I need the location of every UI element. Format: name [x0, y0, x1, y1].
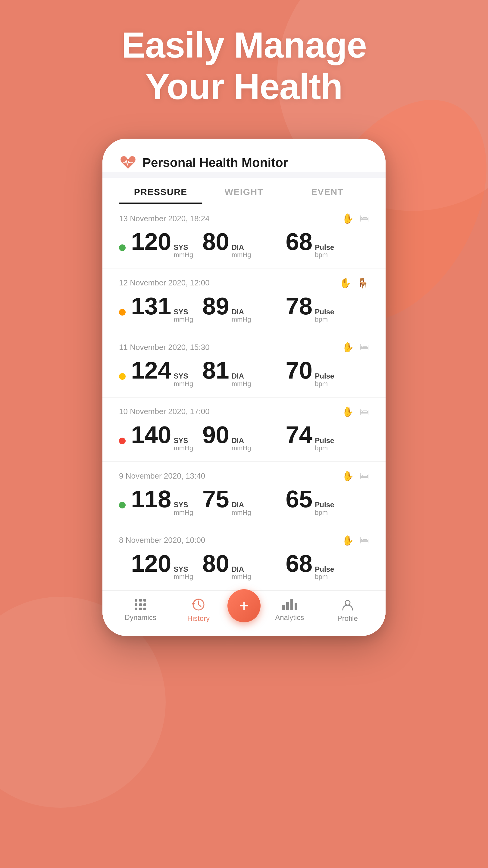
hand-icon: ✋: [339, 277, 352, 289]
pulse-value: 65: [286, 487, 313, 511]
status-dot: [119, 373, 126, 380]
dia-group: 90 DIA mmHg: [202, 423, 286, 452]
table-row[interactable]: 13 November 2020, 18:24 ✋ 🛏 120 SYS mmHg: [102, 204, 386, 269]
sys-group: 131 SYS mmHg: [119, 294, 202, 323]
sys-label: SYS mmHg: [173, 308, 193, 323]
dia-value: 90: [202, 423, 229, 447]
history-icon: [192, 598, 205, 611]
svg-point-1: [345, 600, 350, 605]
profile-icon: [341, 598, 354, 611]
bed-icon: 🛏: [359, 341, 369, 353]
status-dot: [119, 502, 126, 508]
pulse-label: Pulse bpm: [315, 565, 334, 581]
dynamics-label: Dynamics: [125, 613, 156, 622]
record-meta: 12 November 2020, 12:00 ✋ 🪑: [119, 277, 369, 289]
dia-label: DIA mmHg: [232, 565, 251, 581]
status-dot: [119, 566, 126, 573]
dia-group: 80 DIA mmHg: [202, 230, 286, 259]
record-icons: ✋ 🛏: [342, 341, 369, 353]
dia-group: 75 DIA mmHg: [202, 487, 286, 516]
dia-value: 80: [202, 552, 229, 576]
record-values: 118 SYS mmHg 75 DIA mmHg: [119, 487, 369, 516]
dia-value: 81: [202, 358, 229, 382]
sys-label: SYS mmHg: [173, 372, 193, 388]
sit-icon: 🪑: [357, 277, 369, 289]
record-icons: ✋ 🪑: [339, 277, 369, 289]
dia-value: 89: [202, 294, 229, 318]
sys-value: 120: [131, 230, 171, 254]
table-row[interactable]: 12 November 2020, 12:00 ✋ 🪑 131 SYS mmHg: [102, 269, 386, 333]
hand-icon: ✋: [342, 341, 354, 353]
add-record-button[interactable]: +: [227, 589, 261, 622]
record-date: 10 November 2020, 17:00: [119, 407, 210, 416]
pulse-group: 68 Pulse bpm: [286, 552, 369, 581]
sys-label: SYS mmHg: [173, 437, 193, 452]
record-values: 120 SYS mmHg 80 DIA mmHg: [119, 552, 369, 581]
phone-screen: Personal Health Monitor PRESSURE WEIGHT …: [102, 138, 386, 636]
sys-group: 124 SYS mmHg: [119, 358, 202, 388]
record-icons: ✋ 🛏: [342, 535, 369, 546]
sys-group: 140 SYS mmHg: [119, 423, 202, 452]
sys-value: 140: [131, 423, 171, 447]
hero-title: Easily Manage Your Health: [0, 24, 488, 107]
dia-label: DIA mmHg: [232, 501, 251, 516]
tabs-bar: PRESSURE WEIGHT EVENT: [102, 178, 386, 204]
record-icons: ✋ 🛏: [342, 213, 369, 224]
record-meta: 13 November 2020, 18:24 ✋ 🛏: [119, 213, 369, 224]
pulse-label: Pulse bpm: [315, 244, 334, 259]
hand-icon: ✋: [342, 470, 354, 482]
record-meta: 8 November 2020, 10:00 ✋ 🛏: [119, 535, 369, 546]
hand-icon: ✋: [342, 213, 354, 224]
nav-dynamics[interactable]: Dynamics: [111, 599, 170, 622]
table-row[interactable]: 10 November 2020, 17:00 ✋ 🛏 140 SYS mmHg: [102, 398, 386, 462]
pulse-group: 70 Pulse bpm: [286, 358, 369, 388]
sys-label: SYS mmHg: [173, 565, 193, 581]
dia-label: DIA mmHg: [232, 372, 251, 388]
pulse-group: 68 Pulse bpm: [286, 230, 369, 259]
status-dot: [119, 438, 126, 444]
tab-pressure[interactable]: PRESSURE: [119, 187, 202, 204]
profile-label: Profile: [337, 614, 358, 623]
sys-group: 118 SYS mmHg: [119, 487, 202, 516]
sys-group: 120 SYS mmHg: [119, 552, 202, 581]
record-values: 131 SYS mmHg 89 DIA mmHg: [119, 294, 369, 323]
analytics-icon: [282, 599, 297, 610]
status-dot: [119, 244, 126, 251]
record-date: 13 November 2020, 18:24: [119, 214, 210, 223]
pulse-group: 74 Pulse bpm: [286, 423, 369, 452]
dynamics-icon: [135, 599, 146, 610]
tab-event[interactable]: EVENT: [286, 187, 369, 204]
sys-label: SYS mmHg: [173, 244, 193, 259]
pulse-label: Pulse bpm: [315, 501, 334, 516]
record-meta: 10 November 2020, 17:00 ✋ 🛏: [119, 406, 369, 417]
dia-group: 80 DIA mmHg: [202, 552, 286, 581]
status-dot: [119, 309, 126, 315]
pulse-value: 74: [286, 423, 313, 447]
pulse-value: 78: [286, 294, 313, 318]
nav-profile[interactable]: Profile: [319, 598, 377, 623]
nav-history[interactable]: History: [170, 598, 228, 623]
record-date: 8 November 2020, 10:00: [119, 535, 205, 545]
plus-icon: +: [239, 598, 249, 614]
sys-value: 131: [131, 294, 171, 318]
tab-weight[interactable]: WEIGHT: [202, 187, 286, 204]
heart-monitor-icon: [119, 154, 137, 172]
dia-label: DIA mmHg: [232, 308, 251, 323]
record-meta: 11 November 2020, 15:30 ✋ 🛏: [119, 341, 369, 353]
table-row[interactable]: 11 November 2020, 15:30 ✋ 🛏 124 SYS mmHg: [102, 333, 386, 398]
record-meta: 9 November 2020, 13:40 ✋ 🛏: [119, 470, 369, 482]
sys-group: 120 SYS mmHg: [119, 230, 202, 259]
pulse-value: 70: [286, 358, 313, 382]
analytics-label: Analytics: [275, 613, 304, 622]
table-row[interactable]: 9 November 2020, 13:40 ✋ 🛏 118 SYS mmHg: [102, 462, 386, 526]
pulse-label: Pulse bpm: [315, 308, 334, 323]
table-row[interactable]: 8 November 2020, 10:00 ✋ 🛏 120 SYS mmHg: [102, 526, 386, 591]
record-date: 9 November 2020, 13:40: [119, 471, 205, 481]
dia-group: 89 DIA mmHg: [202, 294, 286, 323]
nav-analytics[interactable]: Analytics: [261, 599, 319, 622]
bed-icon: 🛏: [359, 213, 369, 224]
sys-label: SYS mmHg: [173, 501, 193, 516]
hand-icon: ✋: [342, 535, 354, 546]
history-label: History: [187, 614, 210, 623]
pulse-group: 78 Pulse bpm: [286, 294, 369, 323]
